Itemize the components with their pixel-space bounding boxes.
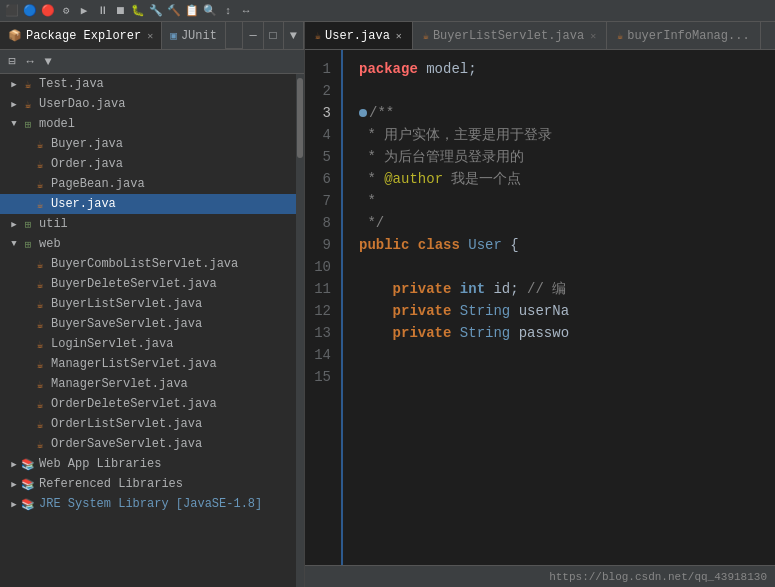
list-item[interactable]: ▶ 📚 Referenced Libraries — [0, 474, 296, 494]
tab-package-explorer-close[interactable]: ✕ — [147, 30, 153, 42]
list-item[interactable]: ▶ 📚 Web App Libraries — [0, 454, 296, 474]
list-item[interactable]: ▼ ⊞ model — [0, 114, 296, 134]
link-with-editor-icon[interactable]: ↔ — [22, 54, 38, 70]
list-item[interactable]: ☕ BuyerDeleteServlet.java — [0, 274, 296, 294]
panel-scrollbar[interactable] — [296, 74, 304, 587]
toolbar-icon-2[interactable]: 🔵 — [22, 3, 38, 19]
code-line-11: private int id; // 编 — [359, 278, 775, 300]
line-num: 10 — [305, 256, 337, 278]
code-line-9: public class User { — [359, 234, 775, 256]
toolbar-icon-11[interactable]: 📋 — [184, 3, 200, 19]
line-num: 12 — [305, 300, 337, 322]
list-item[interactable]: ☕ PageBean.java — [0, 174, 296, 194]
tree-item-label: OrderListServlet.java — [51, 417, 202, 431]
toolbar-icon-14[interactable]: ↔ — [238, 3, 254, 19]
code-line-14 — [359, 344, 775, 366]
code-line-5: * 为后台管理员登录用的 — [359, 146, 775, 168]
list-item[interactable]: ▶ ⊞ util — [0, 214, 296, 234]
toolbar-icon-7[interactable]: ⏹ — [112, 3, 128, 19]
tree-item-label: BuyerDeleteServlet.java — [51, 277, 217, 291]
list-item[interactable]: ▶ 📚 JRE System Library [JavaSE-1.8] — [0, 494, 296, 514]
list-item[interactable]: ☕ ManagerServlet.java — [0, 374, 296, 394]
java-file-icon: ☕ — [32, 296, 48, 312]
tree-arrow: ▶ — [8, 79, 20, 90]
tree-item-label: User.java — [51, 197, 116, 211]
list-item[interactable]: ☕ BuyerSaveServlet.java — [0, 314, 296, 334]
editor-tab-buyerinfo-label: buyerInfoManag... — [627, 29, 749, 43]
editor-tab-buyerlist-close[interactable]: ✕ — [590, 30, 596, 42]
package-explorer-icon: 📦 — [8, 29, 22, 42]
list-item[interactable]: ☕ Buyer.java — [0, 134, 296, 154]
editor-tab-buyerlist-label: BuyerListServlet.java — [433, 29, 584, 43]
java-file-icon: ☕ — [32, 356, 48, 372]
library-icon: 📚 — [20, 456, 36, 472]
toolbar-icon-3[interactable]: 🔴 — [40, 3, 56, 19]
tab-package-explorer[interactable]: 📦 Package Explorer ✕ — [0, 22, 162, 49]
java-file-icon: ☕ — [20, 76, 36, 92]
collapse-all-icon[interactable]: ⊟ — [4, 54, 20, 70]
right-panel: ☕ User.java ✕ ☕ BuyerListServlet.java ✕ … — [305, 22, 775, 587]
code-line-8: */ — [359, 212, 775, 234]
list-item[interactable]: ☕ ManagerListServlet.java — [0, 354, 296, 374]
tree-item-label: LoginServlet.java — [51, 337, 173, 351]
list-item[interactable]: ☕ BuyerComboListServlet.java — [0, 254, 296, 274]
line-num: 8 — [305, 212, 337, 234]
tree-arrow: ▼ — [8, 119, 20, 129]
tab-package-explorer-label: Package Explorer — [26, 29, 141, 43]
code-line-15 — [359, 366, 775, 388]
list-item[interactable]: ☕ User.java — [0, 194, 296, 214]
code-line-2 — [359, 80, 775, 102]
list-item[interactable]: ☕ OrderListServlet.java — [0, 414, 296, 434]
junit-icon: ▣ — [170, 29, 177, 42]
buyerlist-icon: ☕ — [423, 30, 429, 42]
panel-menu-btn[interactable]: ▼ — [284, 22, 304, 49]
editor-tab-buyerlist[interactable]: ☕ BuyerListServlet.java ✕ — [413, 22, 607, 49]
tree-item-label: OrderSaveServlet.java — [51, 437, 202, 451]
list-item[interactable]: ▶ ☕ UserDao.java — [0, 94, 296, 114]
list-item[interactable]: ☕ OrderSaveServlet.java — [0, 434, 296, 454]
list-item[interactable]: ▼ ⊞ web — [0, 234, 296, 254]
line-num: 5 — [305, 146, 337, 168]
tree-item-label: PageBean.java — [51, 177, 145, 191]
tree-arrow: ▶ — [8, 459, 20, 470]
editor-tab-user-close[interactable]: ✕ — [396, 30, 402, 42]
toolbar-icon-13[interactable]: ↕ — [220, 3, 236, 19]
toolbar-icon-12[interactable]: 🔍 — [202, 3, 218, 19]
toolbar-icon-6[interactable]: ⏸ — [94, 3, 110, 19]
panel-scrollbar-thumb[interactable] — [297, 78, 303, 158]
tree-item-label: Test.java — [39, 77, 104, 91]
line-num: 11 — [305, 278, 337, 300]
tree-arrow: ▶ — [8, 479, 20, 490]
tree-arrow: ▶ — [8, 99, 20, 110]
line-num: 3 — [305, 102, 337, 124]
code-line-10 — [359, 256, 775, 278]
toolbar-icon-9[interactable]: 🔧 — [148, 3, 164, 19]
java-file-icon: ☕ — [32, 396, 48, 412]
code-editor[interactable]: package model; /** * 用户实体，主要是用于登录 * 为后台管… — [343, 50, 775, 565]
view-menu-icon[interactable]: ▼ — [40, 54, 56, 70]
list-item[interactable]: ☕ LoginServlet.java — [0, 334, 296, 354]
list-item[interactable]: ☕ OrderDeleteServlet.java — [0, 394, 296, 414]
editor-tab-user[interactable]: ☕ User.java ✕ — [305, 22, 413, 49]
tree-arrow: ▼ — [8, 239, 20, 249]
toolbar-icon-5[interactable]: ▶ — [76, 3, 92, 19]
list-item[interactable]: ☕ BuyerListServlet.java — [0, 294, 296, 314]
java-file-icon: ☕ — [32, 156, 48, 172]
panel-maximize-btn[interactable]: □ — [264, 22, 284, 49]
toolbar-icon-1[interactable]: ⬛ — [4, 3, 20, 19]
toolbar-icon-8[interactable]: 🐛 — [130, 3, 146, 19]
toolbar-icon-4[interactable]: ⚙ — [58, 3, 74, 19]
list-item[interactable]: ☕ Order.java — [0, 154, 296, 174]
main-toolbar: ⬛ 🔵 🔴 ⚙ ▶ ⏸ ⏹ 🐛 🔧 🔨 📋 🔍 ↕ ↔ — [0, 0, 775, 22]
user-java-icon: ☕ — [315, 30, 321, 42]
tab-junit-label: JUnit — [181, 29, 217, 43]
editor-tabs: ☕ User.java ✕ ☕ BuyerListServlet.java ✕ … — [305, 22, 775, 50]
tree-item-label: BuyerComboListServlet.java — [51, 257, 238, 271]
panel-tabs: 📦 Package Explorer ✕ ▣ JUnit — □ ▼ — [0, 22, 304, 50]
panel-minimize-btn[interactable]: — — [242, 22, 263, 49]
tree-arrow: ▶ — [8, 499, 20, 510]
list-item[interactable]: ▶ ☕ Test.java — [0, 74, 296, 94]
tab-junit[interactable]: ▣ JUnit — [162, 22, 226, 49]
toolbar-icon-10[interactable]: 🔨 — [166, 3, 182, 19]
editor-tab-buyerinfo[interactable]: ☕ buyerInfoManag... — [607, 22, 760, 49]
